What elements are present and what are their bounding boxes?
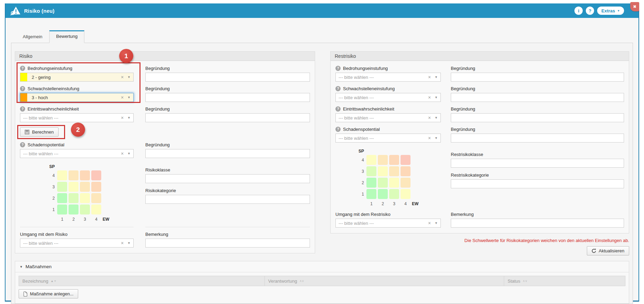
matrix-col-label: 4 (404, 201, 407, 206)
schwachstellen-select[interactable]: 3 - hoch × ▼ (20, 93, 134, 102)
column-header-status[interactable]: Status ∧∨ (504, 276, 625, 286)
help-icon[interactable]: ? (335, 127, 341, 132)
rest-begruendung-schwachstellen-input[interactable] (451, 93, 624, 102)
chevron-down-icon[interactable]: ▼ (435, 221, 438, 225)
aktualisieren-button[interactable]: Aktualisieren (587, 246, 629, 255)
select-placeholder: --- bitte wählen --- (339, 136, 428, 141)
help-icon[interactable]: ? (335, 66, 341, 71)
umgang-label: Umgang mit dem Risiko (20, 232, 67, 237)
bedrohung-select[interactable]: 2 - gering × ▼ (20, 73, 134, 82)
content-area: Allgemein Bewertung Risiko 1 (6, 30, 638, 304)
risikoklasse-input[interactable] (145, 174, 310, 183)
massnahme-anlegen-label: Maßnahme anlegen... (30, 291, 73, 296)
chevron-down-icon[interactable]: ▼ (127, 116, 131, 119)
help-icon[interactable]: ? (20, 86, 25, 91)
matrix-cell (378, 166, 388, 176)
eintritt-select[interactable]: --- bitte wählen --- × ▼ (20, 113, 134, 122)
bemerkung-input[interactable] (145, 239, 310, 248)
clear-icon[interactable]: × (428, 135, 431, 141)
column-header-bezeichnung[interactable]: Bezeichnung ▲▼ (19, 276, 264, 286)
rest-schwachstellen-select[interactable]: --- bitte wählen --- × ▼ (335, 93, 441, 102)
rest-eintritt-select[interactable]: --- bitte wählen --- × ▼ (335, 113, 441, 122)
rest-begruendung-bedrohung-input[interactable] (451, 73, 624, 82)
chevron-down-icon[interactable]: ▼ (435, 116, 438, 119)
chevron-down-icon[interactable]: ▼ (127, 152, 131, 155)
matrix-col-label: 2 (72, 217, 75, 222)
help-button[interactable]: ? (586, 7, 594, 15)
chevron-down-icon[interactable]: ▼ (435, 96, 438, 99)
risikokategorie-label: Risikokategorie (145, 188, 176, 193)
massnahmen-title: Maßnahmen (25, 264, 52, 269)
clear-icon[interactable]: × (121, 115, 124, 120)
clear-icon[interactable]: × (121, 74, 124, 80)
rest-schaden-select[interactable]: --- bitte wählen --- × ▼ (335, 134, 441, 143)
begruendung-bedrohung-input[interactable] (145, 73, 310, 82)
massnahmen-collapse-header[interactable]: ▼ Maßnahmen (15, 261, 629, 272)
help-icon[interactable]: ? (335, 106, 341, 112)
matrix-cell (80, 193, 90, 203)
select-placeholder: --- bitte wählen --- (339, 95, 428, 100)
help-icon[interactable]: ? (20, 66, 25, 71)
tab-bewertung[interactable]: Bewertung (49, 30, 84, 43)
select-placeholder: --- bitte wählen --- (23, 241, 121, 246)
rest-bedrohung-select[interactable]: --- bitte wählen --- × ▼ (335, 73, 441, 82)
chevron-down-icon[interactable]: ▼ (127, 75, 131, 79)
rest-bemerkung-input[interactable] (451, 219, 624, 228)
window-title: Risiko (neu) (24, 8, 54, 14)
help-icon[interactable]: ? (335, 86, 341, 91)
berechnen-label: Berechnen (32, 129, 54, 135)
massnahmen-section: ▼ Maßnahmen Bezeichnung ▲▼ Verantwortung… (15, 261, 629, 304)
begruendung-schaden-input[interactable] (145, 149, 310, 158)
chevron-down-icon[interactable]: ▼ (435, 136, 438, 140)
help-icon[interactable]: ? (20, 142, 25, 147)
matrix-cell (69, 205, 79, 214)
clear-icon[interactable]: × (428, 115, 431, 120)
rest-begruendung-schaden-input[interactable] (451, 134, 624, 143)
matrix-row-label: 2 (52, 196, 56, 201)
schwachstellen-value: 3 - hoch (27, 95, 121, 100)
chevron-down-icon: ▼ (617, 9, 620, 12)
rest-umgang-select[interactable]: --- bitte wählen --- × ▼ (335, 219, 441, 228)
risikokategorie-input[interactable] (145, 195, 310, 204)
matrix-cell (57, 182, 67, 192)
matrix-row-label: 4 (52, 173, 56, 178)
chevron-down-icon[interactable]: ▼ (127, 241, 131, 245)
clear-icon[interactable]: × (121, 95, 124, 100)
clear-icon[interactable]: × (121, 240, 124, 246)
matrix-col-label: 2 (382, 201, 384, 206)
extras-menu-button[interactable]: Extras ▼ (597, 7, 624, 15)
column-header-verantwortung[interactable]: Verantwortung ∧∨ (264, 276, 504, 286)
chevron-down-icon[interactable]: ▼ (435, 75, 438, 79)
massnahme-anlegen-button[interactable]: Maßnahme anlegen... (19, 289, 78, 298)
close-button[interactable]: ✖ (630, 2, 639, 11)
annotation-step-2: 2 (71, 123, 85, 137)
begruendung-eintritt-input[interactable] (145, 113, 310, 122)
tab-allgemein[interactable]: Allgemein (16, 30, 49, 43)
help-icon[interactable]: ? (20, 106, 25, 112)
schaden-select[interactable]: --- bitte wählen --- × ▼ (20, 149, 134, 158)
clear-icon[interactable]: × (428, 74, 431, 80)
matrix-cell (366, 189, 376, 199)
berechnen-button[interactable]: Berechnen (20, 127, 59, 137)
umgang-select[interactable]: --- bitte wählen --- × ▼ (20, 239, 134, 248)
matrix-cell (366, 155, 376, 165)
matrix-cell (91, 193, 101, 203)
select-placeholder: --- bitte wählen --- (339, 75, 428, 80)
rest-bedrohung-label: Bedrohungseinstufung (343, 66, 388, 71)
color-swatch (20, 73, 27, 81)
clear-icon[interactable]: × (428, 95, 431, 100)
matrix-col-label: 1 (370, 201, 373, 206)
rest-risk-matrix: SP43211234EW (357, 147, 441, 207)
rest-begruendung-eintritt-input[interactable] (451, 113, 624, 122)
clear-icon[interactable]: × (428, 220, 431, 226)
begruendung-schwachstellen-input[interactable] (145, 93, 310, 102)
clear-icon[interactable]: × (121, 151, 124, 156)
matrix-cell (401, 155, 411, 165)
restrisikokategorie-input[interactable] (451, 179, 624, 188)
begruendung-label: Begründung (451, 106, 475, 112)
matrix-x-axis-label: EW (412, 201, 418, 206)
chevron-down-icon[interactable]: ▼ (127, 96, 131, 99)
info-button[interactable]: i (574, 7, 583, 15)
restrisikoklasse-input[interactable] (451, 159, 624, 168)
begruendung-label: Begründung (451, 66, 475, 71)
